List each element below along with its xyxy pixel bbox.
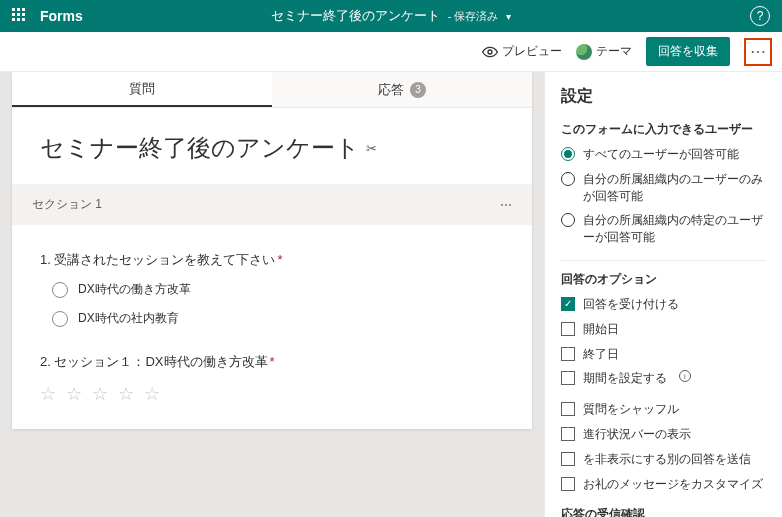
required-mark: * (277, 252, 282, 267)
section-label: セクション 1 (32, 196, 102, 213)
custom-thanks-toggle[interactable]: お礼のメッセージをカスタマイズ (561, 476, 766, 493)
checkbox-icon (561, 347, 575, 361)
settings-panel: 設定 このフォームに入力できるユーザー すべてのユーザーが回答可能 自分の所属組… (544, 72, 782, 517)
who-option-org[interactable]: 自分の所属組織内のユーザーのみが回答可能 (561, 171, 766, 205)
start-date-toggle[interactable]: 開始日 (561, 321, 766, 338)
question-2[interactable]: 2. セッション１：DX時代の働き方改革* ☆☆☆☆☆ (40, 353, 504, 405)
form-title-bar[interactable]: セミナー終了後のアンケート - 保存済み ▾ (271, 7, 512, 25)
another-label: を非表示にする別の回答を送信 (583, 451, 751, 468)
duration-toggle[interactable]: 期間を設定するi (561, 370, 766, 387)
radio-icon (52, 282, 68, 298)
radio-icon (561, 213, 575, 227)
receipt-title: 応答の受信確認 (561, 506, 766, 517)
checkbox-icon: ✓ (561, 297, 575, 311)
radio-icon (52, 311, 68, 327)
checkbox-icon (561, 371, 575, 385)
required-mark: * (270, 354, 275, 369)
resp-options-title: 回答のオプション (561, 271, 766, 288)
q1-opt2-label: DX時代の社内教育 (78, 310, 179, 327)
app-header: Forms セミナー終了後のアンケート - 保存済み ▾ ? (0, 0, 782, 32)
tab-questions-label: 質問 (129, 80, 155, 98)
section-more-icon[interactable]: ⋯ (500, 198, 512, 212)
tabs: 質問 応答 3 (12, 72, 532, 108)
tab-responses-label: 応答 (378, 81, 404, 99)
q2-number: 2. (40, 354, 51, 369)
checkbox-icon (561, 427, 575, 441)
help-button[interactable]: ? (750, 6, 770, 26)
question-1[interactable]: 1. 受講されたセッションを教えて下さい* DX時代の働き方改革 DX時代の社内… (40, 251, 504, 327)
theme-label: テーマ (596, 43, 632, 60)
info-icon[interactable]: i (679, 370, 691, 382)
q1-text: 受講されたセッションを教えて下さい (54, 252, 275, 267)
app-launcher-icon[interactable] (12, 8, 28, 24)
collect-responses-button[interactable]: 回答を収集 (646, 37, 730, 66)
progress-label: 進行状況バーの表示 (583, 426, 691, 443)
q1-number: 1. (40, 252, 51, 267)
q1-option-1[interactable]: DX時代の働き方改革 (52, 281, 504, 298)
preview-button[interactable]: プレビュー (482, 43, 562, 60)
form-title-input[interactable]: セミナー終了後のアンケート ✂︎ (40, 132, 504, 164)
accept-responses-toggle[interactable]: ✓回答を受け付ける (561, 296, 766, 313)
more-options-button[interactable]: ⋯ (744, 38, 772, 66)
palette-icon (576, 44, 592, 60)
submit-another-toggle[interactable]: を非表示にする別の回答を送信 (561, 451, 766, 468)
end-date-toggle[interactable]: 終了日 (561, 346, 766, 363)
star-icon[interactable]: ☆ (40, 383, 56, 405)
accept-label: 回答を受け付ける (583, 296, 679, 313)
who-option-specific[interactable]: 自分の所属組織内の特定のユーザーが回答可能 (561, 212, 766, 246)
who-opt2-label: 自分の所属組織内のユーザーのみが回答可能 (583, 171, 766, 205)
theme-button[interactable]: テーマ (576, 43, 632, 60)
tab-responses[interactable]: 応答 3 (272, 72, 532, 107)
custom-thanks-label: お礼のメッセージをカスタマイズ (583, 476, 763, 493)
checkbox-icon (561, 322, 575, 336)
checkbox-icon (561, 477, 575, 491)
q2-text: セッション１：DX時代の働き方改革 (54, 354, 267, 369)
tab-questions[interactable]: 質問 (12, 72, 272, 107)
radio-icon (561, 172, 575, 186)
shuffle-label: 質問をシャッフル (583, 401, 679, 418)
receipt-group: 応答の受信確認 送信後に応答の受信を許可する 各回答の通知をメールで受け取る (561, 506, 766, 517)
star-icon[interactable]: ☆ (118, 383, 134, 405)
progress-bar-toggle[interactable]: 進行状況バーの表示 (561, 426, 766, 443)
preview-label: プレビュー (502, 43, 562, 60)
star-icon[interactable]: ☆ (92, 383, 108, 405)
q1-option-2[interactable]: DX時代の社内教育 (52, 310, 504, 327)
save-status: - 保存済み (448, 9, 499, 24)
shuffle-toggle[interactable]: 質問をシャッフル (561, 401, 766, 418)
form-title-text: セミナー終了後のアンケート (271, 7, 440, 25)
star-icon[interactable]: ☆ (66, 383, 82, 405)
divider (561, 260, 766, 261)
checkbox-icon (561, 402, 575, 416)
star-icon[interactable]: ☆ (144, 383, 160, 405)
eye-icon (482, 44, 498, 60)
brand-label: Forms (40, 8, 83, 24)
chevron-down-icon: ▾ (506, 11, 511, 22)
scissors-icon: ✂︎ (366, 141, 377, 156)
form-canvas: 質問 応答 3 セミナー終了後のアンケート ✂︎ セクション 1 ⋯ 1. 受講… (0, 72, 544, 517)
svg-point-0 (488, 50, 492, 54)
q1-opt1-label: DX時代の働き方改革 (78, 281, 191, 298)
rating-stars: ☆☆☆☆☆ (40, 383, 504, 405)
duration-label: 期間を設定する (583, 370, 667, 387)
who-option-anyone[interactable]: すべてのユーザーが回答可能 (561, 146, 766, 163)
form-title-text-main: セミナー終了後のアンケート (40, 132, 360, 164)
end-date-label: 終了日 (583, 346, 619, 363)
start-date-label: 開始日 (583, 321, 619, 338)
checkbox-icon (561, 452, 575, 466)
who-title: このフォームに入力できるユーザー (561, 121, 766, 138)
section-header[interactable]: セクション 1 ⋯ (12, 184, 532, 225)
radio-icon (561, 147, 575, 161)
toolbar: プレビュー テーマ 回答を収集 ⋯ (0, 32, 782, 72)
settings-title: 設定 (561, 86, 766, 107)
responses-count-badge: 3 (410, 82, 426, 98)
who-opt3-label: 自分の所属組織内の特定のユーザーが回答可能 (583, 212, 766, 246)
who-opt1-label: すべてのユーザーが回答可能 (583, 146, 739, 163)
who-can-respond-group: このフォームに入力できるユーザー すべてのユーザーが回答可能 自分の所属組織内の… (561, 121, 766, 246)
response-options-group: 回答のオプション ✓回答を受け付ける 開始日 終了日 期間を設定するi 質問をシ… (561, 271, 766, 492)
